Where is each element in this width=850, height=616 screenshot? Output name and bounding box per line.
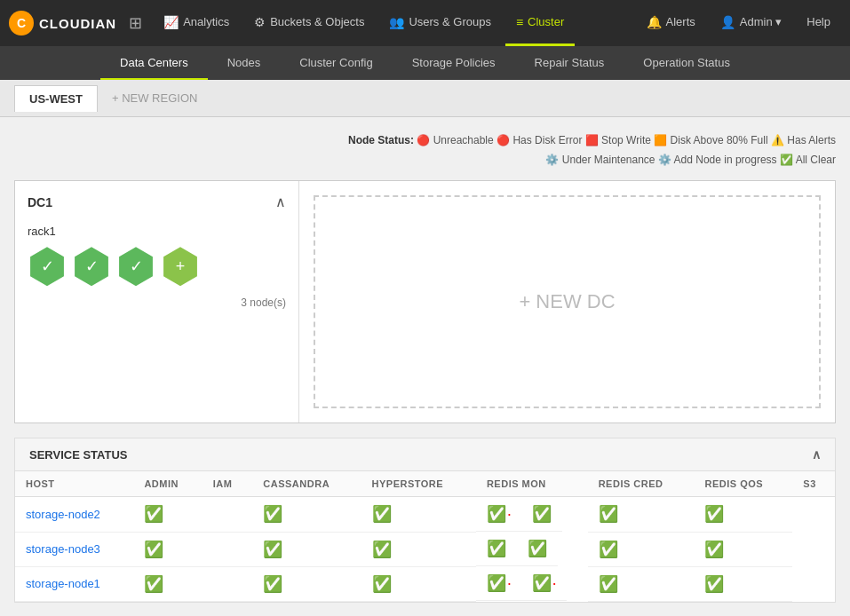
redis-cred-cell: ✅ • xyxy=(521,566,567,601)
nav-buckets-objects[interactable]: ⚙ Buckets & Objects xyxy=(243,0,375,46)
check-icon: ✅ xyxy=(263,540,282,559)
service-status-section: SERVICE STATUS ∧ HOST ADMIN IAM CASSANDR… xyxy=(14,438,836,603)
check-icon: ✅ xyxy=(599,574,618,594)
check-icon: ✅ xyxy=(528,539,547,558)
iam-cell xyxy=(203,532,253,566)
check-icon: ✅ xyxy=(263,504,282,524)
dc1-collapse-button[interactable]: ∧ xyxy=(275,193,286,210)
host-cell[interactable]: storage-node2 xyxy=(15,497,133,533)
check-icon: ✅ xyxy=(144,574,163,594)
dc1-rack-label: rack1 xyxy=(28,225,286,238)
check-icon: ✅ xyxy=(599,540,618,559)
new-dc-label: + NEW DC xyxy=(519,290,615,313)
new-region-button[interactable]: + NEW REGION xyxy=(98,86,211,110)
check-icon: ✅ xyxy=(599,504,618,524)
s3-cell: ✅ xyxy=(694,497,792,533)
status-disk-error: 🔴 Has Disk Error xyxy=(496,134,582,146)
col-host: HOST xyxy=(15,471,133,497)
col-admin: ADMIN xyxy=(133,471,202,497)
subnav-operation-status[interactable]: Operation Status xyxy=(624,46,750,80)
top-navigation: C CLOUDIAN ⊞ 📈 Analytics ⚙ Buckets & Obj… xyxy=(0,0,850,46)
subnav-nodes[interactable]: Nodes xyxy=(208,46,281,80)
add-node-icon[interactable]: + xyxy=(161,247,200,286)
alerts-icon: 🔔 xyxy=(647,15,662,29)
col-cassandra: CASSANDRA xyxy=(252,471,361,497)
redis-mon-cell: ✅ • xyxy=(476,566,521,601)
nav-users-groups[interactable]: 👥 Users & Groups xyxy=(378,0,501,46)
logo-icon: C xyxy=(9,11,34,36)
dc1-node-icons: ✓ ✓ ✓ + xyxy=(28,247,286,286)
dc1-node-count: 3 node(s) xyxy=(28,296,286,309)
status-dot: • xyxy=(553,580,556,588)
status-all-clear: ✅ All Clear xyxy=(780,154,836,166)
col-s3: S3 xyxy=(792,471,835,497)
node-3-icon[interactable]: ✓ xyxy=(116,247,155,286)
cassandra-cell: ✅ xyxy=(252,566,361,601)
main-content: Node Status: 🔴 Unreachable 🔴 Has Disk Er… xyxy=(0,117,850,616)
status-has-alerts: ⚠️ Has Alerts xyxy=(771,134,836,146)
redis-qos-cell: ✅ xyxy=(588,566,695,601)
service-table-header-row: HOST ADMIN IAM CASSANDRA HYPERSTORE REDI… xyxy=(15,471,835,497)
cluster-icon: ≡ xyxy=(516,15,523,29)
check-icon: ✅ xyxy=(372,504,392,524)
service-status-title: SERVICE STATUS xyxy=(29,448,128,462)
check-icon: ✅ xyxy=(487,573,506,593)
service-status-header: SERVICE STATUS ∧ xyxy=(15,438,835,471)
check-icon: ✅ xyxy=(532,504,552,524)
admin-icon: 👤 xyxy=(720,15,735,29)
table-row: storage-node3 ✅ ✅ ✅ ✅ ✅ ✅ ✅ xyxy=(15,532,835,566)
nav-help[interactable]: Help xyxy=(796,0,841,46)
hyperstore-cell: ✅ xyxy=(361,566,476,601)
table-row: storage-node1 ✅ ✅ ✅ ✅ • ✅ • ✅ ✅ xyxy=(15,566,835,601)
check-icon: ✅ xyxy=(144,504,163,524)
cassandra-cell: ✅ xyxy=(252,532,361,566)
service-status-collapse-icon[interactable]: ∧ xyxy=(812,447,821,462)
iam-cell xyxy=(203,497,253,533)
check-icon: ✅ xyxy=(372,540,392,559)
nav-analytics[interactable]: 📈 Analytics xyxy=(153,0,240,46)
host-cell[interactable]: storage-node3 xyxy=(15,532,133,566)
service-table: HOST ADMIN IAM CASSANDRA HYPERSTORE REDI… xyxy=(15,471,835,602)
check-icon: ✅ xyxy=(263,574,282,594)
grid-icon[interactable]: ⊞ xyxy=(129,13,142,33)
redis-qos-cell: ✅ xyxy=(588,532,695,566)
check-icon: ✅ xyxy=(487,504,506,524)
s3-cell: ✅ xyxy=(694,532,792,566)
redis-qos-cell: ✅ xyxy=(588,497,695,533)
host-cell[interactable]: storage-node1 xyxy=(15,566,133,601)
nav-cluster[interactable]: ≡ Cluster xyxy=(505,0,575,46)
nav-alerts[interactable]: 🔔 Alerts xyxy=(636,0,706,46)
new-dc-button[interactable]: + NEW DC xyxy=(314,195,821,408)
admin-cell: ✅ xyxy=(133,532,202,566)
buckets-icon: ⚙ xyxy=(254,15,266,29)
region-bar: US-WEST + NEW REGION xyxy=(0,80,850,117)
iam-cell xyxy=(203,566,253,601)
hyperstore-cell: ✅ xyxy=(361,532,476,566)
subnav-repair-status[interactable]: Repair Status xyxy=(515,46,624,80)
hyperstore-cell: ✅ xyxy=(361,497,476,533)
check-icon: ✅ xyxy=(487,539,506,558)
node-1-icon[interactable]: ✓ xyxy=(28,247,67,286)
status-dot: • xyxy=(508,510,511,518)
subnav-storage-policies[interactable]: Storage Policies xyxy=(393,46,515,80)
dc1-title: DC1 xyxy=(28,195,52,209)
dc-grid: DC1 ∧ rack1 ✓ ✓ ✓ + 3 node(s) + NEW DC xyxy=(14,180,836,423)
check-icon: ✅ xyxy=(704,574,724,594)
check-icon: ✅ xyxy=(532,573,552,593)
logo[interactable]: C CLOUDIAN xyxy=(9,11,116,36)
subnav-cluster-config[interactable]: Cluster Config xyxy=(280,46,392,80)
subnav-data-centers[interactable]: Data Centers xyxy=(100,46,208,80)
node-2-icon[interactable]: ✓ xyxy=(72,247,111,286)
check-icon: ✅ xyxy=(372,574,392,594)
s3-cell: ✅ xyxy=(694,566,792,601)
redis-cred-cell: ✅ xyxy=(521,497,562,532)
status-under-maintenance: ⚙️ Under Maintenance xyxy=(545,154,655,166)
dc1-header: DC1 ∧ xyxy=(28,193,286,210)
redis-mon-cell: ✅ • xyxy=(476,497,521,532)
col-redis-qos: REDIS QOS xyxy=(694,471,792,497)
region-tab-us-west[interactable]: US-WEST xyxy=(14,85,98,112)
check-icon: ✅ xyxy=(704,540,724,559)
nav-admin[interactable]: 👤 Admin ▾ xyxy=(710,0,792,46)
redis-mon-cell: ✅ xyxy=(476,532,517,566)
admin-cell: ✅ xyxy=(133,566,202,601)
